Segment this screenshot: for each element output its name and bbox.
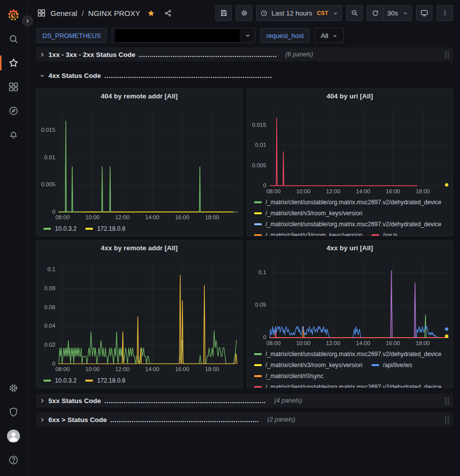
sidebar-bottom — [0, 376, 27, 476]
row-panel-count: (6 panels) — [285, 51, 313, 58]
panels-grid: 404 by remote addr [All] 00.0050.010.015… — [36, 88, 453, 388]
legend-item[interactable]: 172.18.0.6 — [85, 224, 125, 234]
refresh-interval-select[interactable]: 30s — [383, 5, 412, 21]
breadcrumb: General / NGINX PROXY — [37, 8, 172, 17]
sidebar-item-help[interactable] — [0, 448, 27, 472]
legend-item[interactable]: /_matrix/client/unstable/org.matrix.msc2… — [254, 349, 442, 359]
row-title: 1xx - 3xx - 2xx Status Code — [48, 51, 135, 58]
legend-item[interactable]: /_matrix/client/r0/sync — [254, 371, 324, 381]
svg-text:0: 0 — [263, 182, 266, 188]
star-icon — [8, 57, 19, 68]
panel-title[interactable]: 404 by remote addr [All] — [36, 89, 242, 104]
legend-item[interactable]: /_matrix/client/unstable/org.matrix.msc2… — [254, 197, 442, 207]
row-title-dots: ........................................… — [104, 397, 266, 405]
datasource-value-redacted — [115, 29, 240, 42]
apps-grid-icon — [37, 8, 46, 17]
row-title: 6xx > Status Code — [48, 416, 107, 424]
series-color-swatch — [254, 212, 262, 214]
row-5xx[interactable]: 5xx Status Code ........................… — [36, 394, 453, 408]
sidebar-item-dashboards[interactable] — [0, 75, 27, 99]
row-drag-handle[interactable] — [445, 51, 450, 58]
series-color-swatch — [254, 353, 262, 355]
svg-text:14:00: 14:00 — [356, 340, 370, 346]
sidebar-item-alerting[interactable] — [0, 123, 27, 147]
legend-item[interactable]: /api/live/ws — [372, 360, 413, 370]
request-host-select[interactable]: All — [315, 28, 344, 43]
kiosk-monitor-icon — [420, 9, 429, 17]
dashboard-settings-button[interactable] — [236, 5, 252, 21]
legend-item[interactable]: 10.0.3.2 — [43, 224, 76, 234]
chevron-down-icon — [245, 32, 251, 38]
series-label: /api/live/ws — [383, 362, 413, 369]
sidebar-expand-button[interactable] — [22, 15, 33, 26]
kebab-menu-icon — [442, 9, 449, 17]
help-question-icon — [8, 455, 19, 466]
panel-4xx-by-remote-addr: 4xx by remote addr [All] 00.020.040.060.… — [36, 240, 243, 388]
save-dashboard-button[interactable] — [215, 5, 232, 21]
time-range-picker[interactable]: Last 12 hours CST — [256, 5, 342, 21]
panel-title[interactable]: 404 by uri [All] — [247, 89, 453, 104]
row-4xx[interactable]: 4xx Status Code ........................… — [36, 68, 453, 82]
legend-item[interactable]: /_matrix/client/unstable/org.matrix.msc2… — [254, 382, 442, 388]
time-series-chart[interactable]: 00.0050.010.01508:0010:0012:0014:0016:00… — [247, 104, 453, 196]
favorite-star-button[interactable] — [147, 9, 155, 17]
row-title: 5xx Status Code — [48, 397, 101, 405]
panel-title[interactable]: 4xx by remote addr [All] — [36, 241, 242, 256]
zoom-out-time-button[interactable] — [346, 5, 363, 21]
panel-title[interactable]: 4xx by uri [All] — [247, 241, 453, 256]
row-drag-handle[interactable] — [445, 416, 450, 424]
sidebar-item-search[interactable] — [0, 27, 27, 51]
row-6xx[interactable]: 6xx > Status Code ......................… — [36, 413, 453, 427]
chevron-down-icon — [333, 10, 338, 16]
legend-item[interactable]: /_matrix/client/unstable/org.matrix.msc2… — [254, 219, 442, 229]
chevron-down-icon — [332, 33, 338, 38]
user-avatar — [7, 430, 20, 443]
legend-item[interactable]: /_matrix/client/v3/room_keys/version — [254, 360, 363, 370]
svg-text:0.005: 0.005 — [41, 181, 55, 187]
breadcrumb-section[interactable]: General — [50, 9, 77, 17]
more-options-button[interactable] — [437, 5, 453, 21]
datasource-select[interactable] — [112, 28, 255, 43]
legend-item[interactable]: /_matrix/client/v3/room_keys/version — [254, 230, 363, 236]
svg-text:0.015: 0.015 — [252, 122, 266, 128]
sidebar-item-profile[interactable] — [0, 424, 27, 448]
sidebar-item-server-admin[interactable] — [0, 400, 27, 424]
series-label: 10.0.3.2 — [55, 377, 76, 384]
kiosk-mode-button[interactable] — [416, 5, 433, 21]
time-series-chart[interactable]: 00.050.108:0010:0012:0014:0016:0018:00 — [247, 256, 453, 348]
chevron-right-icon — [39, 417, 45, 423]
time-range-label: Last 12 hours — [271, 9, 312, 17]
sidebar-item-configuration[interactable] — [0, 376, 27, 400]
request-host-value: All — [321, 32, 328, 39]
refresh-group: 30s — [367, 5, 412, 21]
series-color-swatch — [85, 228, 93, 230]
svg-text:08:00: 08:00 — [266, 188, 281, 194]
series-color-swatch — [254, 364, 262, 366]
sidebar-item-explore[interactable] — [0, 99, 27, 123]
refresh-button[interactable] — [367, 5, 383, 21]
chart-legend: 10.0.3.2172.18.0.6 — [36, 223, 242, 235]
legend-item[interactable]: /_matrix/client/v3/room_keys/version — [254, 208, 363, 218]
chevron-right-icon — [39, 398, 45, 404]
collapsed-rows: 5xx Status Code ........................… — [36, 394, 453, 427]
dashboard-title[interactable]: NGINX PROXY — [88, 9, 140, 17]
variable-label-request-host: request_host — [260, 28, 310, 43]
time-series-chart[interactable]: 00.020.040.060.080.108:0010:0012:0014:00… — [36, 256, 242, 375]
legend-item[interactable]: 172.18.0.6 — [85, 376, 125, 386]
svg-text:0.06: 0.06 — [44, 304, 55, 310]
legend-item[interactable]: 10.0.3.2 — [43, 376, 76, 386]
svg-text:08:00: 08:00 — [55, 366, 70, 372]
sidebar-item-starred[interactable] — [0, 51, 27, 75]
row-drag-handle[interactable] — [445, 397, 450, 405]
chevron-down-icon — [403, 10, 408, 16]
series-label: /sw.js — [383, 232, 398, 236]
svg-text:0.1: 0.1 — [258, 269, 266, 275]
timezone-label: CST — [317, 10, 328, 16]
series-label: /_matrix/client/unstable/org.matrix.msc2… — [266, 384, 442, 388]
time-series-chart[interactable]: 00.0050.010.01508:0010:0012:0014:0016:00… — [36, 104, 242, 223]
dashboard-body: 1xx - 3xx - 2xx Status Code ............… — [27, 45, 460, 476]
share-button[interactable] — [164, 9, 172, 17]
svg-text:16:00: 16:00 — [175, 214, 189, 220]
legend-item[interactable]: /sw.js — [372, 230, 398, 236]
row-1xx-3xx-2xx[interactable]: 1xx - 3xx - 2xx Status Code ............… — [36, 47, 453, 61]
